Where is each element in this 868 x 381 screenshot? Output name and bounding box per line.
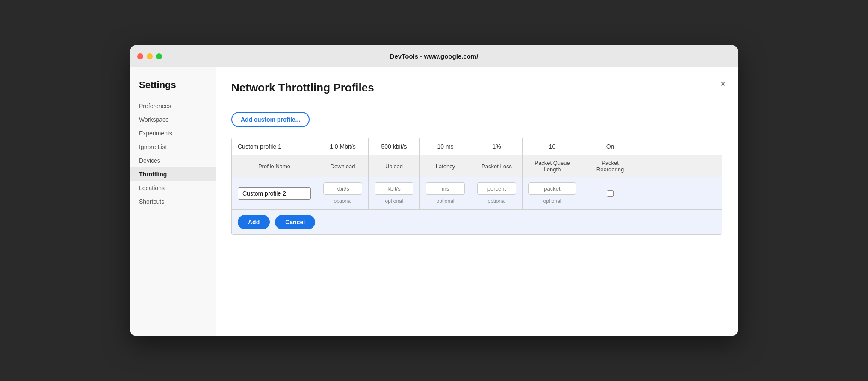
existing-profile-packet-queue: 10: [523, 138, 582, 155]
header-upload: Upload: [369, 155, 420, 177]
packet-loss-input[interactable]: [477, 182, 516, 195]
sidebar-item-ignore-list[interactable]: Ignore List: [130, 140, 216, 154]
header-profile-name: Profile Name: [232, 155, 317, 177]
table-header-row: Profile Name Download Upload Latency Pac…: [232, 155, 722, 177]
new-profile-name-cell: [232, 177, 317, 209]
download-input[interactable]: [323, 182, 362, 195]
sidebar-item-experiments[interactable]: Experiments: [130, 126, 216, 140]
new-profile-latency-cell: optional: [420, 177, 471, 209]
minimize-window-button[interactable]: [147, 53, 153, 59]
sidebar-item-devices[interactable]: Devices: [130, 154, 216, 167]
content-area: Settings Preferences Workspace Experimen…: [130, 67, 738, 336]
profile-name-input[interactable]: [238, 187, 311, 200]
devtools-window: DevTools - www.google.com/ Settings Pref…: [130, 45, 738, 336]
header-latency: Latency: [420, 155, 471, 177]
sidebar-item-preferences[interactable]: Preferences: [130, 99, 216, 113]
sidebar-item-shortcuts[interactable]: Shortcuts: [130, 195, 216, 208]
new-profile-packet-queue-cell: optional: [523, 177, 582, 209]
header-download: Download: [317, 155, 369, 177]
sidebar-item-workspace[interactable]: Workspace: [130, 113, 216, 126]
titlebar: DevTools - www.google.com/: [130, 45, 738, 67]
upload-input[interactable]: [375, 182, 413, 195]
sidebar: Settings Preferences Workspace Experimen…: [130, 67, 216, 336]
new-profile-download-cell: optional: [317, 177, 369, 209]
packet-reordering-checkbox[interactable]: [607, 190, 614, 197]
upload-optional-label: optional: [375, 198, 413, 204]
maximize-window-button[interactable]: [156, 53, 162, 59]
download-optional-label: optional: [323, 198, 362, 204]
profiles-table: Custom profile 1 1.0 Mbit/s 500 kbit/s 1…: [231, 138, 722, 235]
existing-profile-row: Custom profile 1 1.0 Mbit/s 500 kbit/s 1…: [232, 138, 722, 155]
header-packet-loss: Packet Loss: [471, 155, 523, 177]
new-profile-packet-loss-cell: optional: [471, 177, 523, 209]
existing-profile-packet-loss: 1%: [471, 138, 523, 155]
header-packet-reordering: Packet Reordering: [582, 155, 638, 177]
close-window-button[interactable]: [137, 53, 143, 59]
cancel-button[interactable]: Cancel: [275, 215, 315, 229]
main-content: × Network Throttling Profiles Add custom…: [216, 67, 738, 336]
existing-profile-packet-reordering: On: [582, 138, 638, 155]
header-packet-queue-length: Packet Queue Length: [523, 155, 582, 177]
divider: [231, 103, 722, 103]
packet-queue-optional-label: optional: [528, 198, 576, 204]
packet-queue-input[interactable]: [528, 182, 576, 195]
add-custom-profile-button[interactable]: Add custom profile...: [231, 112, 310, 127]
latency-optional-label: optional: [426, 198, 465, 204]
close-settings-button[interactable]: ×: [720, 79, 726, 88]
sidebar-item-locations[interactable]: Locations: [130, 181, 216, 195]
add-button[interactable]: Add: [238, 215, 270, 229]
traffic-lights: [137, 53, 162, 59]
existing-profile-download: 1.0 Mbit/s: [317, 138, 369, 155]
form-actions-row: Add Cancel: [232, 210, 722, 234]
latency-input[interactable]: [426, 182, 465, 195]
sidebar-heading: Settings: [130, 79, 216, 99]
existing-profile-upload: 500 kbit/s: [369, 138, 420, 155]
new-profile-packet-reordering-cell: [582, 177, 638, 209]
new-profile-row: optional optional optional optional: [232, 177, 722, 210]
existing-profile-name: Custom profile 1: [232, 138, 317, 155]
sidebar-item-throttling[interactable]: Throttling: [130, 167, 216, 181]
packet-loss-optional-label: optional: [477, 198, 516, 204]
page-title: Network Throttling Profiles: [231, 81, 722, 94]
new-profile-upload-cell: optional: [369, 177, 420, 209]
existing-profile-latency: 10 ms: [420, 138, 471, 155]
window-title: DevTools - www.google.com/: [390, 53, 478, 60]
